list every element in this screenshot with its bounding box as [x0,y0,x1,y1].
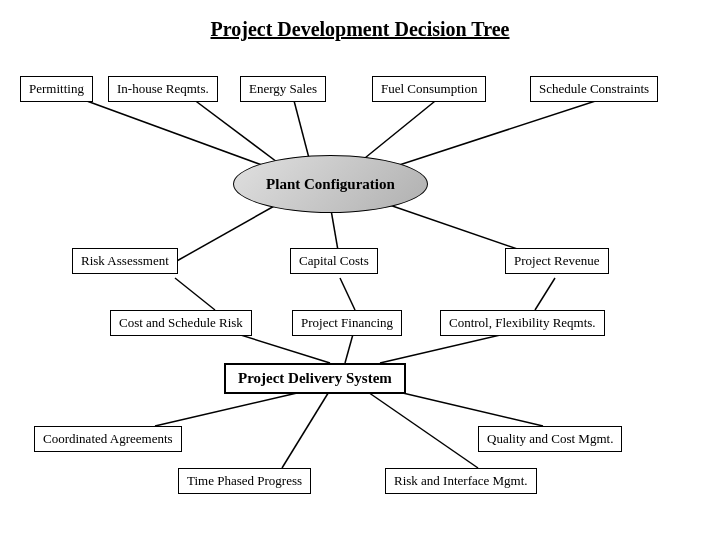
box-permitting: Permitting [20,76,93,102]
box-quality-cost: Quality and Cost Mgmt. [478,426,622,452]
svg-line-2 [292,93,310,162]
svg-line-17 [365,390,478,468]
box-schedule-constraints: Schedule Constraints [530,76,658,102]
box-risk-interface: Risk and Interface Mgmt. [385,468,537,494]
svg-line-4 [390,93,620,168]
box-time-phased: Time Phased Progress [178,468,311,494]
box-risk-assessment: Risk Assessment [72,248,178,274]
svg-line-0 [65,93,270,168]
page-title: Project Development Decision Tree [0,0,720,41]
box-cost-schedule-risk: Cost and Schedule Risk [110,310,252,336]
svg-line-9 [340,278,355,310]
box-energy: Energy Sales [240,76,326,102]
svg-line-14 [155,390,310,426]
svg-line-16 [282,390,330,468]
box-project-delivery: Project Delivery System [224,363,406,394]
svg-line-15 [390,390,543,426]
svg-line-3 [360,93,445,162]
svg-line-5 [175,200,285,262]
box-coordinated-agreements: Coordinated Agreements [34,426,182,452]
ellipse-plant-config: Plant Configuration [233,155,428,213]
box-capital-costs: Capital Costs [290,248,378,274]
box-fuel: Fuel Consumption [372,76,486,102]
svg-line-8 [175,278,215,310]
box-project-financing: Project Financing [292,310,402,336]
box-project-revenue: Project Revenue [505,248,609,274]
box-control-flexibility: Control, Flexibility Reqmts. [440,310,605,336]
box-inhouse: In-house Reqmts. [108,76,218,102]
svg-line-1 [185,93,285,168]
svg-line-10 [535,278,555,310]
